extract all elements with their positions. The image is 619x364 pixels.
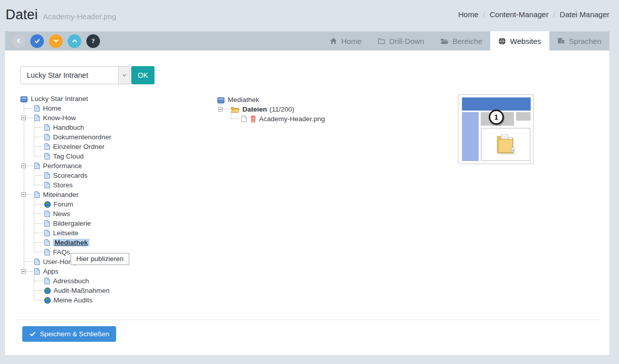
folder-icon — [378, 38, 385, 44]
tree-node-einzelner-ordner[interactable]: Einzelner Ordner — [34, 142, 112, 151]
page-icon — [44, 229, 50, 237]
page-icon — [34, 105, 40, 112]
confirm-button[interactable] — [30, 34, 44, 48]
site-select-value: Lucky Star Intranet — [21, 67, 118, 84]
tab-bereiche[interactable]: Bereiche — [432, 31, 490, 50]
home-icon — [330, 37, 337, 44]
tree-node-audit-massnahmen[interactable]: Audit-Maßnahmen — [34, 286, 112, 295]
tree-node-news[interactable]: News — [34, 209, 112, 219]
page-header: Datei Academy-Header.png Home / Content-… — [0, 0, 619, 31]
tree-node-root[interactable]: Lucky Star Intranet — [20, 94, 112, 103]
save-close-button[interactable]: Speichern & Schließen — [22, 326, 116, 342]
page-icon — [44, 124, 50, 131]
page-icon — [44, 248, 50, 256]
help-button[interactable]: ? — [86, 34, 100, 48]
back-button[interactable] — [12, 34, 25, 48]
breadcrumb: Home / Content-Manager / Datei Manager — [458, 10, 609, 19]
file-preview-thumbnail: 1 — [458, 94, 534, 164]
preview-right-block — [516, 112, 531, 121]
collapse-toggle[interactable] — [21, 269, 26, 274]
folder-files-icon — [493, 133, 519, 155]
tab-sprachen[interactable]: Sprachen — [549, 31, 609, 50]
page-icon — [34, 114, 40, 122]
tree-node-file[interactable]: Academy-Header.png — [231, 114, 325, 124]
panel-footer: Speichern & Schließen — [15, 320, 599, 355]
tree-node-apps[interactable]: Apps — [24, 267, 112, 276]
page-icon — [44, 172, 50, 179]
toolbar: ? Home Drill-Down Bereiche Websites Spra… — [5, 31, 609, 50]
preview-header-bar — [462, 97, 531, 111]
breadcrumb-content-manager[interactable]: Content-Manager — [490, 10, 549, 19]
page-icon — [34, 258, 40, 266]
collapse-toggle[interactable] — [21, 116, 26, 120]
page-subtitle: Academy-Header.png — [43, 12, 116, 21]
trash-icon[interactable] — [250, 115, 256, 123]
folder-open-icon — [231, 106, 240, 113]
tree-node-miteinander[interactable]: Miteinander — [24, 190, 112, 199]
page-icon — [44, 133, 50, 141]
breadcrumb-home[interactable]: Home — [458, 10, 479, 19]
publish-tree: Mediathek Dateien (11/200) Academy-Heade… — [217, 95, 325, 124]
collapse-toggle[interactable] — [21, 192, 26, 197]
globe-icon — [44, 287, 51, 294]
chevron-down-icon — [53, 38, 59, 44]
move-up-button[interactable] — [68, 34, 81, 48]
tab-bar: Home Drill-Down Bereiche Websites Sprach… — [322, 31, 609, 50]
folder-open-icon — [440, 38, 448, 44]
tree-node-forum[interactable]: Forum — [34, 199, 112, 209]
language-icon — [557, 37, 565, 44]
tab-drill-down[interactable]: Drill-Down — [370, 31, 432, 50]
tree-node-meine-audits[interactable]: Meine Audits — [34, 295, 112, 305]
tree-node-scorecards[interactable]: Scorecards — [34, 171, 112, 180]
chevron-left-icon — [16, 38, 22, 44]
globe-icon — [44, 201, 51, 208]
check-icon — [34, 38, 40, 44]
tree-node-handbuch[interactable]: Handbuch — [34, 123, 112, 132]
collapse-toggle[interactable] — [21, 164, 26, 168]
page-icon — [44, 239, 50, 246]
tree-node-dateien[interactable]: Dateien (11/200) — [221, 105, 325, 114]
preview-content-block — [481, 128, 531, 161]
move-down-button[interactable] — [49, 34, 63, 48]
content-panel: Lucky Star Intranet OK Lucky Star Intran… — [5, 50, 609, 355]
breadcrumb-datei-manager: Datei Manager — [560, 10, 609, 19]
chevron-down-icon[interactable] — [118, 67, 130, 84]
tree-node-tag-cloud[interactable]: Tag Cloud — [34, 151, 112, 161]
collapse-toggle[interactable] — [218, 107, 223, 112]
page-icon — [44, 220, 50, 227]
page-icon — [44, 277, 50, 285]
action-buttons: ? — [5, 31, 100, 50]
breadcrumb-separator: / — [553, 10, 555, 19]
tab-websites[interactable]: Websites — [490, 31, 549, 50]
selected-node-label: Mediathek — [53, 239, 89, 246]
chevron-up-icon — [72, 38, 78, 44]
page-icon — [34, 268, 40, 275]
tree-node-stores[interactable]: Stores — [34, 180, 112, 190]
check-icon — [29, 331, 36, 337]
tree-node-dokumentenordner[interactable]: Dokumentenordner — [34, 132, 112, 142]
site-selector-row: Lucky Star Intranet OK — [5, 50, 609, 84]
file-icon — [241, 115, 247, 123]
globe-icon — [498, 37, 506, 45]
publish-tooltip: Hier publizieren — [71, 253, 129, 265]
tree-node-performance[interactable]: Performance — [24, 161, 112, 171]
tab-home[interactable]: Home — [322, 31, 370, 50]
tree-node-mediathek[interactable]: Mediathek — [34, 238, 112, 247]
tree-node-home[interactable]: Home — [24, 103, 112, 113]
question-icon: ? — [91, 37, 95, 45]
page-icon — [34, 162, 40, 170]
page-icon — [44, 181, 50, 189]
page-icon — [44, 152, 50, 160]
globe-icon — [44, 297, 51, 304]
site-tree: Lucky Star Intranet Home Know-How Handbu… — [20, 94, 112, 305]
tree-node-know-how[interactable]: Know-How — [24, 113, 112, 123]
ok-button[interactable]: OK — [131, 66, 154, 84]
page-icon — [34, 191, 40, 198]
tree-node-bildergalerie[interactable]: Bildergalerie — [34, 219, 112, 228]
tree-node-mediathek-root[interactable]: Mediathek — [217, 95, 325, 105]
breadcrumb-separator: / — [483, 10, 485, 19]
site-select[interactable]: Lucky Star Intranet — [20, 66, 130, 84]
tree-node-adressbuch[interactable]: Adressbuch — [34, 276, 112, 286]
tree-node-leitseite[interactable]: Leitseite — [34, 228, 112, 238]
page-icon — [44, 210, 50, 218]
